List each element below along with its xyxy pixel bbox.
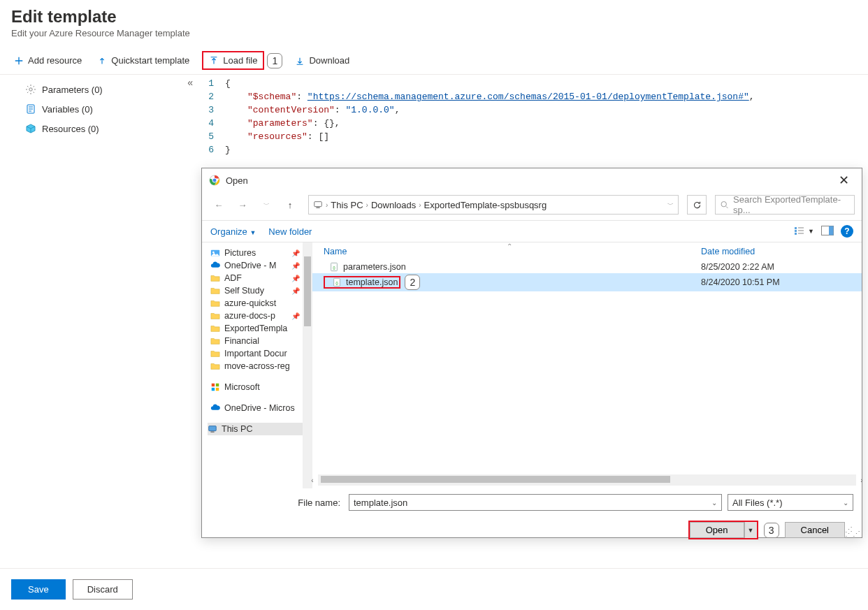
- open-button[interactable]: Open: [690, 522, 744, 538]
- open-split-button[interactable]: ▼: [744, 522, 757, 538]
- collapse-panel-button[interactable]: «: [187, 77, 193, 88]
- page-title: Edit template: [11, 7, 857, 27]
- tree-item-label: azure-docs-p: [224, 311, 275, 321]
- svg-rect-19: [209, 426, 217, 431]
- line-number: 4: [197, 117, 225, 130]
- tree-item[interactable]: This PC: [208, 423, 303, 435]
- load-file-button[interactable]: Load file: [209, 55, 257, 66]
- breadcrumb-dropdown[interactable]: ﹀: [667, 201, 674, 210]
- resize-grip[interactable]: ⋰⋰⋰: [845, 528, 860, 536]
- json-file-icon: {}: [332, 277, 342, 287]
- preview-pane-button[interactable]: [821, 226, 834, 238]
- line-number: 6: [197, 143, 225, 157]
- tree-item[interactable]: ExportedTempla: [208, 322, 303, 335]
- svg-point-7: [721, 201, 726, 206]
- json-key: "parameters": [247, 118, 313, 129]
- tree-item[interactable]: Self Study📌: [208, 284, 303, 297]
- file-row[interactable]: {}template.json28/24/2020 10:51 PM: [312, 273, 862, 291]
- new-folder-button[interactable]: New folder: [268, 226, 312, 237]
- view-options-button[interactable]: ▼: [794, 226, 814, 236]
- discard-button[interactable]: Discard: [73, 579, 133, 600]
- add-resource-label: Add resource: [28, 55, 82, 66]
- up-button[interactable]: ↑: [280, 196, 300, 214]
- dialog-toolbar: Organize ▼ New folder ▼ ?: [202, 220, 862, 242]
- filetype-select[interactable]: All Files (*.*) ⌄: [728, 494, 853, 511]
- tree-item-label: ADF: [224, 273, 242, 283]
- dialog-title: Open: [226, 175, 248, 186]
- svg-rect-6: [316, 208, 319, 208]
- help-button[interactable]: ?: [841, 225, 853, 238]
- breadcrumb-item[interactable]: ExportedTemplate-spsbusqsrg: [424, 200, 547, 210]
- tree-item[interactable]: Financial: [208, 335, 303, 347]
- pin-icon: 📌: [291, 312, 300, 320]
- json-file-icon: {}: [329, 262, 339, 272]
- json-value: []: [318, 131, 329, 142]
- svg-rect-20: [210, 432, 214, 433]
- json-value: {}: [324, 118, 335, 129]
- close-button[interactable]: ✕: [833, 173, 855, 188]
- svg-rect-10: [795, 233, 797, 235]
- file-row[interactable]: {}parameters.json8/25/2020 2:22 AM: [312, 261, 862, 273]
- tree-item-label: This PC: [222, 424, 252, 434]
- forward-button[interactable]: →: [233, 196, 252, 214]
- preview-icon: [821, 226, 834, 235]
- tree-item[interactable]: Important Docur: [208, 347, 303, 360]
- tree-item[interactable]: Microsoft: [208, 381, 303, 393]
- search-input[interactable]: Search ExportedTemplate-sp...: [715, 195, 855, 215]
- dialog-body: Pictures📌OneDrive - M📌ADF📌Self Study📌azu…: [202, 242, 862, 488]
- file-callout: {}template.json: [324, 276, 400, 289]
- filetype-dropdown-icon: ⌄: [843, 499, 848, 507]
- step-badge-1: 1: [267, 53, 282, 68]
- add-resource-button[interactable]: Add resource: [11, 52, 85, 68]
- organize-button[interactable]: Organize ▼: [210, 226, 256, 237]
- cancel-button[interactable]: Cancel: [785, 522, 845, 538]
- breadcrumb[interactable]: › This PC › Downloads › ExportedTemplate…: [308, 195, 679, 215]
- tree-item[interactable]: azure-quickst: [208, 297, 303, 310]
- breadcrumb-item[interactable]: This PC: [331, 200, 363, 210]
- file-name: template.json: [346, 277, 398, 287]
- tree-item[interactable]: ADF📌: [208, 272, 303, 284]
- download-button[interactable]: Download: [292, 52, 352, 68]
- json-key: "contentVersion": [247, 105, 335, 115]
- folder-tree[interactable]: Pictures📌OneDrive - M📌ADF📌Self Study📌azu…: [202, 242, 303, 488]
- page-header: Edit template Edit your Azure Resource M…: [0, 0, 868, 38]
- column-date[interactable]: Date modified: [701, 247, 856, 256]
- svg-rect-17: [212, 388, 215, 391]
- tree-item[interactable]: OneDrive - M📌: [208, 259, 303, 272]
- page-footer: Save Discard: [0, 568, 868, 610]
- refresh-button[interactable]: [687, 195, 707, 215]
- line-number: 1: [197, 77, 225, 90]
- svg-rect-16: [216, 384, 219, 386]
- breadcrumb-item[interactable]: Downloads: [371, 200, 416, 210]
- svg-point-14: [212, 252, 215, 254]
- recent-dropdown[interactable]: ﹀: [256, 196, 276, 214]
- download-label: Download: [309, 55, 349, 66]
- pc-icon: [208, 424, 217, 434]
- tree-scrollbar[interactable]: [303, 242, 312, 488]
- file-list-hscroll[interactable]: ‹ ›: [318, 474, 856, 486]
- filename-value: template.json: [354, 498, 407, 508]
- filename-dropdown-icon[interactable]: ⌄: [711, 499, 717, 507]
- tree-item-label: Financial: [224, 336, 259, 346]
- pin-icon: 📌: [291, 262, 300, 270]
- back-button[interactable]: ←: [209, 196, 229, 214]
- save-button[interactable]: Save: [11, 579, 66, 600]
- sort-indicator-icon: ⌃: [507, 242, 512, 250]
- tree-item-variables[interactable]: Variables (0): [25, 99, 197, 119]
- refresh-icon: [693, 201, 702, 210]
- quickstart-button[interactable]: Quickstart template: [94, 52, 192, 68]
- svg-rect-12: [829, 226, 834, 235]
- dialog-titlebar: Open ✕: [202, 168, 862, 192]
- filename-input[interactable]: template.json ⌄: [349, 494, 722, 511]
- dialog-footer: File name: template.json ⌄ All Files (*.…: [202, 488, 862, 548]
- tree-item-parameters[interactable]: Parameters (0): [25, 80, 197, 99]
- tree-item-resources[interactable]: Resources (0): [25, 119, 197, 138]
- tree-item[interactable]: Pictures📌: [208, 247, 303, 259]
- step-badge-2: 2: [405, 275, 420, 290]
- tree-item[interactable]: move-across-reg: [208, 360, 303, 372]
- tree-item[interactable]: OneDrive - Micros: [208, 402, 303, 414]
- tree-item-label: Pictures: [224, 248, 256, 258]
- download-icon: [295, 56, 305, 66]
- tree-item[interactable]: azure-docs-p📌: [208, 310, 303, 322]
- svg-rect-8: [795, 227, 797, 229]
